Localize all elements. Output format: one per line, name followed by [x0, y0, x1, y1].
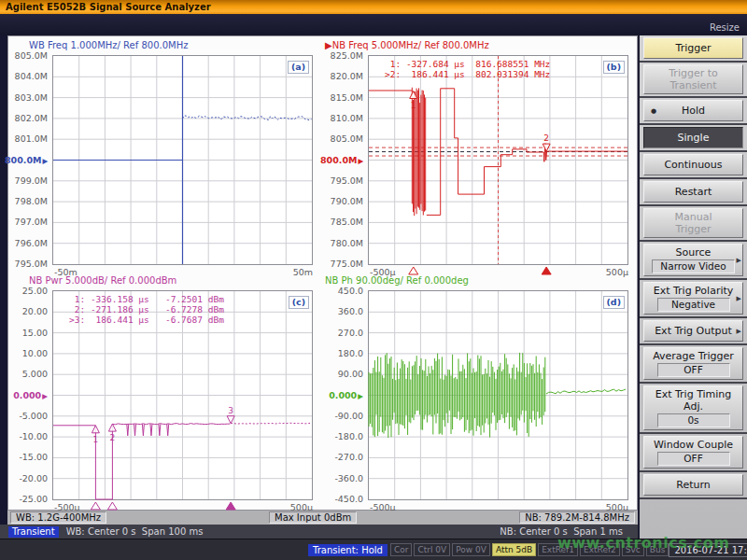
softkey-value: 0s: [657, 413, 730, 427]
nb-range-readout: NB: 789.2M-814.8MHz: [519, 511, 635, 524]
softkey-return[interactable]: Return: [640, 472, 747, 499]
y-axis-tick: 180.0: [320, 348, 363, 358]
y-axis-tick: 0.000▶: [5, 390, 48, 401]
y-axis-tick: 797.0M: [5, 217, 48, 227]
y-axis-tick: 15.00: [5, 328, 48, 338]
y-axis-tick: 10.00: [5, 348, 48, 358]
y-axis-tick: 0.000▶: [320, 390, 363, 401]
sweep-span-bar: Transient WB: Center 0 s Span 100 ms NB:…: [0, 525, 638, 539]
y-axis-tick: 804.0M: [5, 71, 48, 81]
y-axis-tick: -20.00: [5, 473, 48, 483]
softkey-single[interactable]: Single: [640, 125, 747, 152]
selected-bullet-icon: ●: [651, 105, 656, 117]
y-axis-tick: 790.0M: [320, 196, 363, 206]
softkey-hold[interactable]: Hold●: [640, 98, 747, 125]
softkey-window-couple[interactable]: Window CoupleOFF: [640, 434, 747, 472]
plot-corner-label: (d): [603, 296, 625, 309]
trace-canvas: 12: [369, 56, 627, 264]
trace-canvas: [369, 291, 627, 499]
y-axis-tick: 799.0M: [5, 175, 48, 186]
plot-title: NB Pwr 5.000dB/ Ref 0.000dBm: [29, 275, 176, 286]
status-indicator-ctrl-0v: Ctrl 0V: [414, 543, 450, 556]
softkey-value: OFF: [657, 452, 730, 466]
y-axis-tick: 20.00: [5, 306, 48, 316]
softkey-average-trigger[interactable]: Average TriggerOFF: [640, 345, 747, 384]
y-axis-tick: -25.00: [5, 494, 48, 504]
y-axis-tick: -450.0: [320, 494, 363, 504]
softkey-value: Narrow Video: [652, 259, 734, 273]
trace-marker-number: 1: [411, 101, 416, 110]
plot-corner-label: (b): [603, 61, 625, 74]
y-axis-tick: -270.0: [320, 452, 363, 462]
plot-nb-freq: ▶NB Freq 5.000MHz/ Ref 800.0MHz 12 (b) 8…: [330, 38, 638, 272]
y-axis-tick: -180.0: [320, 431, 363, 441]
freq-range-bar: WB: 1.2G-400MHz Max Input 0dBm NB: 789.2…: [7, 511, 638, 525]
resize-button[interactable]: Resize: [710, 22, 740, 33]
plot-nb-phase: NB Ph 90.00deg/ Ref 0.000deg (d) 450.036…: [330, 273, 638, 507]
trigger-status-badge: Transient: Hold: [308, 544, 388, 556]
plot-corner-label: (c): [289, 296, 309, 309]
submenu-arrow-icon: ▶: [737, 292, 741, 304]
transient-badge: Transient: [8, 526, 59, 538]
y-axis-tick: 90.00: [320, 369, 363, 379]
y-axis-tick: -15.00: [5, 452, 48, 462]
y-axis-tick: 805.0M: [5, 50, 48, 61]
y-axis-tick: -5.000: [5, 411, 48, 421]
submenu-arrow-icon: ▶: [737, 254, 741, 266]
y-axis-tick: -10.00: [5, 431, 48, 441]
softkey-ext-trig-timing-adj[interactable]: Ext Trig Timing Adj.0s: [640, 384, 747, 434]
y-axis-tick: 798.0M: [5, 196, 48, 206]
wb-range-readout: WB: 1.2G-400MHz: [10, 511, 106, 524]
softkey-restart[interactable]: Restart: [640, 179, 747, 206]
plot-grid: [52, 55, 313, 265]
softkey-ext-trig-polarity[interactable]: Ext Trig PolarityNegative▶: [640, 280, 747, 318]
trace-marker-number: 2: [110, 433, 116, 442]
softkey-source[interactable]: SourceNarrow Video▶: [640, 242, 747, 280]
plot-corner-label: (a): [288, 61, 309, 74]
ref-level-arrow-icon: ▶: [42, 392, 48, 400]
y-axis-tick: 802.0M: [5, 113, 48, 123]
app-title: Agilent E5052B Signal Source Analyzer: [6, 2, 211, 12]
y-axis-tick: 270.0: [320, 328, 363, 338]
y-axis-tick: 825.0M: [320, 50, 363, 61]
plot-wb-freq: WB Freq 1.000MHz/ Ref 800.0MHz (a) 805.0…: [14, 38, 322, 272]
y-axis-tick: 450.0: [320, 286, 363, 296]
softkey-trigger-to-transient: Trigger toTransient: [640, 63, 747, 98]
softkey-continuous[interactable]: Continuous: [640, 152, 747, 179]
y-axis-tick: 5.000: [5, 369, 48, 379]
softkey-ext-trig-output[interactable]: Ext Trig Output▶: [640, 318, 747, 345]
max-input-readout: Max Input 0dBm: [269, 511, 357, 524]
trace-marker-icon: [108, 424, 116, 431]
softkey-menu-title[interactable]: Trigger: [640, 35, 747, 63]
softkey-value: OFF: [657, 363, 730, 377]
y-axis-tick: 803.0M: [5, 92, 48, 103]
y-axis-tick: 795.0M: [5, 259, 48, 269]
ref-level-arrow-icon: ▶: [358, 392, 363, 400]
marker-readout: 1: -327.684 µs 816.688551 MHz>2: 186.441…: [385, 59, 550, 79]
y-axis-tick: 780.0M: [320, 238, 363, 248]
title-bar: Agilent E5052B Signal Source Analyzer: [0, 0, 747, 14]
wb-sweep-readout: WB: Center 0 s Span 100 ms: [66, 526, 204, 537]
trace-canvas: [53, 56, 312, 264]
plot-grid: 12: [368, 55, 628, 265]
plot-grid: [368, 290, 628, 500]
trace-marker-icon: [410, 91, 417, 99]
watermark: www.cntronics.com: [557, 534, 744, 552]
trace-marker-icon: [227, 416, 234, 424]
plot-nb-power: NB Pwr 5.000dB/ Ref 0.000dBm 123 (c) 25.…: [14, 273, 322, 507]
window-bar: Resize: [0, 14, 747, 35]
plot-title: WB Freq 1.000MHz/ Ref 800.0MHz: [29, 40, 188, 50]
trace-marker-icon: [92, 426, 99, 433]
trace-marker-number: 1: [93, 435, 99, 444]
plot-title: ▶NB Freq 5.000MHz/ Ref 800.0MHz: [325, 40, 489, 50]
marker-readout: 1: -336.158 µs -7.2501 dBm 2: -271.186 µ…: [69, 294, 224, 325]
submenu-arrow-icon: ▶: [737, 325, 741, 337]
y-axis-tick: -360.0: [320, 473, 363, 483]
y-axis-tick: 805.0M: [320, 133, 363, 144]
softkey-value: Negative: [657, 298, 730, 312]
y-axis-tick: 801.0M: [5, 133, 48, 144]
y-axis-tick: 800.0M▶: [320, 155, 363, 166]
status-indicator-pow-0v: Pow 0V: [452, 543, 490, 556]
status-indicator-cor: Cor: [390, 543, 413, 556]
y-axis-tick: -90.00: [320, 411, 363, 421]
